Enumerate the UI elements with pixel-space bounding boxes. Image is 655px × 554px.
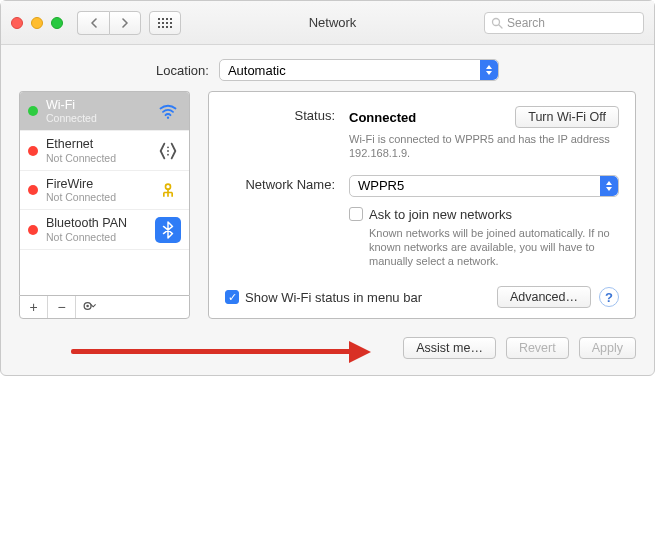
pane-bottom: Show Wi-Fi status in menu bar Advanced… … — [225, 282, 619, 308]
status-dot-icon — [28, 225, 38, 235]
svg-point-3 — [167, 146, 169, 148]
svg-point-2 — [167, 117, 169, 119]
svg-point-0 — [493, 18, 500, 25]
location-select[interactable]: Automatic — [219, 59, 499, 81]
ask-to-join-label: Ask to join new networks — [369, 207, 512, 222]
svg-point-5 — [167, 153, 169, 155]
search-placeholder: Search — [507, 16, 545, 30]
svg-point-12 — [86, 305, 89, 308]
status-value: Connected — [349, 110, 416, 125]
interface-status: Not Connected — [46, 191, 147, 203]
zoom-icon[interactable] — [51, 17, 63, 29]
svg-line-1 — [499, 25, 502, 28]
help-button[interactable]: ? — [599, 287, 619, 307]
network-name-row: Network Name: WPPR5 Ask to join new netw… — [225, 175, 619, 269]
status-label: Status: — [225, 106, 335, 123]
traffic-lights — [11, 17, 63, 29]
network-name-value: WPPR5 — [358, 178, 404, 193]
ask-to-join-checkbox[interactable]: Ask to join new networks — [349, 207, 619, 222]
show-all-button[interactable] — [149, 11, 181, 35]
interface-name: Ethernet — [46, 137, 147, 151]
show-menu-bar-label: Show Wi-Fi status in menu bar — [245, 290, 422, 305]
interface-item-wifi[interactable]: Wi-Fi Connected — [20, 92, 189, 131]
interface-name: Bluetooth PAN — [46, 216, 147, 230]
annotation-arrow-icon — [71, 344, 371, 358]
ethernet-icon — [155, 138, 181, 164]
advanced-button[interactable]: Advanced… — [497, 286, 591, 308]
sidebar-footer: + − — [19, 295, 190, 319]
apply-button[interactable]: Apply — [579, 337, 636, 359]
checkbox-icon — [349, 207, 363, 221]
interface-status: Connected — [46, 112, 147, 124]
details-pane: Status: Connected Turn Wi-Fi Off Wi-Fi i… — [208, 91, 636, 319]
bluetooth-icon — [155, 217, 181, 243]
location-label: Location: — [156, 63, 209, 78]
back-button[interactable] — [77, 11, 109, 35]
status-dot-icon — [28, 185, 38, 195]
gear-icon — [82, 299, 98, 315]
interface-item-firewire[interactable]: FireWire Not Connected — [20, 171, 189, 210]
grid-icon — [158, 18, 172, 28]
checkbox-icon — [225, 290, 239, 304]
firewire-icon — [155, 177, 181, 203]
search-field[interactable]: Search — [484, 12, 644, 34]
interface-item-bluetooth-pan[interactable]: Bluetooth PAN Not Connected — [20, 210, 189, 249]
add-interface-button[interactable]: + — [20, 296, 48, 318]
interface-item-ethernet[interactable]: Ethernet Not Connected — [20, 131, 189, 170]
svg-point-6 — [166, 184, 171, 189]
minimize-icon[interactable] — [31, 17, 43, 29]
turn-wifi-off-button[interactable]: Turn Wi-Fi Off — [515, 106, 619, 128]
interface-name: FireWire — [46, 177, 147, 191]
interface-status: Not Connected — [46, 152, 147, 164]
bottom-button-bar: Assist me… Revert Apply — [1, 327, 654, 375]
status-dot-icon — [28, 146, 38, 156]
svg-point-4 — [167, 150, 169, 152]
location-selected: Automatic — [228, 63, 286, 78]
ask-to-join-description: Known networks will be joined automatica… — [369, 226, 619, 269]
interface-name: Wi-Fi — [46, 98, 147, 112]
interface-status: Not Connected — [46, 231, 147, 243]
network-name-select[interactable]: WPPR5 — [349, 175, 619, 197]
status-description: Wi-Fi is connected to WPPR5 and has the … — [349, 132, 619, 161]
location-row: Location: Automatic — [1, 45, 654, 91]
assist-me-button[interactable]: Assist me… — [403, 337, 496, 359]
window-toolbar: Network Search — [1, 1, 654, 45]
select-arrows-icon — [480, 60, 498, 80]
network-preferences-window: Network Search Location: Automatic Wi-Fi… — [0, 0, 655, 376]
close-icon[interactable] — [11, 17, 23, 29]
wifi-icon — [155, 98, 181, 124]
status-row: Status: Connected Turn Wi-Fi Off Wi-Fi i… — [225, 106, 619, 161]
status-dot-icon — [28, 106, 38, 116]
interface-actions-button[interactable] — [76, 296, 104, 318]
revert-button[interactable]: Revert — [506, 337, 569, 359]
search-icon — [491, 17, 503, 29]
interface-list: Wi-Fi Connected Ethernet Not Connected — [19, 91, 190, 295]
show-menu-bar-checkbox[interactable]: Show Wi-Fi status in menu bar — [225, 290, 422, 305]
select-arrows-icon — [600, 176, 618, 196]
nav-segment — [77, 11, 141, 35]
remove-interface-button[interactable]: − — [48, 296, 76, 318]
network-name-label: Network Name: — [225, 175, 335, 192]
forward-button[interactable] — [109, 11, 141, 35]
interface-sidebar: Wi-Fi Connected Ethernet Not Connected — [19, 91, 190, 319]
content-area: Wi-Fi Connected Ethernet Not Connected — [1, 91, 654, 327]
window-title: Network — [181, 15, 484, 30]
